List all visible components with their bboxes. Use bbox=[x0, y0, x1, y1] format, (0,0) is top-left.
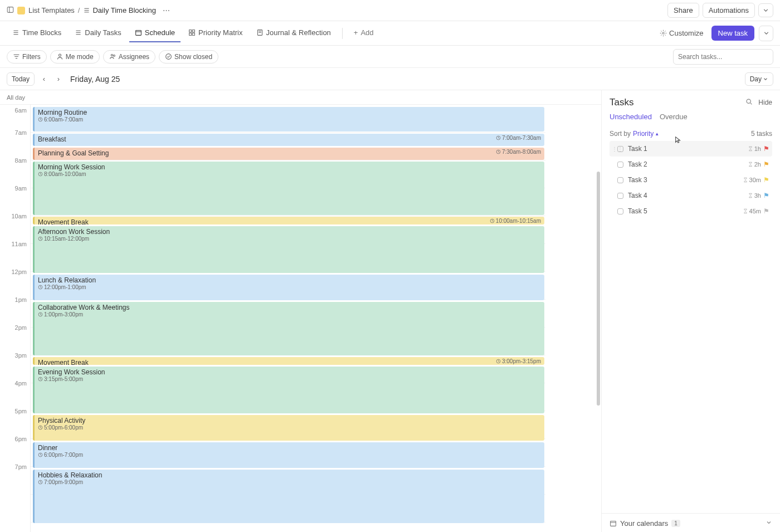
sidebar-toggle-icon[interactable] bbox=[7, 6, 14, 15]
view-schedule[interactable]: Schedule bbox=[129, 24, 181, 42]
customize-button[interactable]: Customize bbox=[654, 26, 709, 41]
task-checkbox[interactable] bbox=[617, 208, 623, 214]
hour-label: 12pm bbox=[0, 269, 30, 296]
calendar-event[interactable]: Collaborative Work & Meetings1:00pm-3:00… bbox=[33, 302, 544, 355]
new-task-caret[interactable] bbox=[759, 26, 773, 41]
automations-caret[interactable] bbox=[758, 3, 773, 17]
drag-handle-icon[interactable]: ⋮⋮ bbox=[612, 146, 617, 152]
hour-labels: 6am7am8am9am10am11am12pm1pm2pm3pm4pm5pm6… bbox=[0, 105, 31, 532]
svg-point-25 bbox=[111, 54, 113, 56]
task-count: 5 tasks bbox=[751, 130, 772, 138]
view-time-blocks[interactable]: Time Blocks bbox=[7, 24, 67, 42]
svg-rect-16 bbox=[192, 33, 194, 35]
task-item[interactable]: ⋮⋮Task 330m⚑ bbox=[610, 172, 772, 188]
chevron-down-icon bbox=[766, 519, 772, 528]
calendar-event[interactable]: Lunch & Relaxation12:00pm-1:00pm bbox=[33, 275, 544, 300]
scrollbar-thumb[interactable] bbox=[597, 172, 600, 406]
calendar-event[interactable]: Movement Break3:00pm-3:15pm bbox=[33, 357, 544, 365]
share-button[interactable]: Share bbox=[667, 3, 699, 18]
range-selector[interactable]: Day bbox=[745, 72, 773, 86]
hour-label: 7pm bbox=[0, 463, 30, 491]
event-time: 10:00am-10:15am bbox=[490, 218, 541, 224]
filters-chip[interactable]: Filters bbox=[7, 50, 47, 64]
sort-label: Sort by bbox=[610, 130, 631, 138]
calendar-event[interactable]: Afternoon Work Session10:15am-12:00pm bbox=[33, 226, 544, 273]
hide-sidebar-button[interactable]: Hide bbox=[758, 99, 772, 106]
event-title: Movement Break bbox=[38, 359, 541, 365]
filters-bar: Filters Me mode Assignees Show closed bbox=[0, 46, 780, 68]
calendar-event[interactable]: Planning & Goal Setting7:30am-8:00am bbox=[33, 148, 544, 160]
task-name: Task 4 bbox=[628, 192, 748, 199]
header-bar: List Templates / Daily Time Blocking ⋯ S… bbox=[0, 0, 780, 21]
hour-label: 11am bbox=[0, 241, 30, 269]
all-day-row[interactable]: All day bbox=[0, 90, 601, 105]
priority-flag-icon[interactable]: ⚑ bbox=[763, 192, 770, 199]
calendar-event[interactable]: Evening Work Session3:15pm-5:00pm bbox=[33, 367, 544, 413]
breadcrumb: List Templates / Daily Time Blocking ⋯ bbox=[17, 6, 173, 14]
calendars-count-badge: 1 bbox=[671, 520, 680, 527]
add-view-button[interactable]: +Add bbox=[348, 24, 379, 42]
task-checkbox[interactable] bbox=[617, 162, 623, 168]
hour-label: 8am bbox=[0, 157, 30, 185]
svg-point-27 bbox=[166, 54, 172, 60]
sort-value[interactable]: Priority▲ bbox=[633, 130, 659, 138]
date-nav-bar: Today ‹ › Friday, Aug 25 Day bbox=[0, 68, 780, 90]
calendar-event[interactable]: Breakfast7:00am-7:30am bbox=[33, 134, 544, 146]
task-checkbox[interactable] bbox=[617, 177, 623, 183]
task-checkbox[interactable] bbox=[617, 193, 623, 199]
scrollbar-track[interactable] bbox=[596, 105, 601, 532]
tab-unscheduled[interactable]: Unscheduled bbox=[610, 113, 652, 124]
automations-button[interactable]: Automations bbox=[703, 3, 755, 18]
new-task-button[interactable]: New task bbox=[711, 26, 754, 41]
svg-rect-14 bbox=[192, 30, 194, 32]
next-day-button[interactable]: › bbox=[53, 75, 64, 83]
event-title: Afternoon Work Session bbox=[38, 228, 541, 236]
sidebar-title: Tasks bbox=[610, 97, 745, 108]
hour-label: 1pm bbox=[0, 296, 30, 324]
hour-label: 4pm bbox=[0, 380, 30, 408]
svg-rect-13 bbox=[189, 30, 192, 32]
breadcrumb-parent[interactable]: List Templates bbox=[28, 6, 75, 14]
show-closed-chip[interactable]: Show closed bbox=[159, 50, 218, 64]
more-icon[interactable]: ⋯ bbox=[159, 6, 173, 14]
view-journal[interactable]: Journal & Reflection bbox=[251, 24, 337, 42]
event-time: 8:00am-10:00am bbox=[38, 171, 541, 177]
task-checkbox[interactable] bbox=[617, 146, 623, 152]
calendar-event[interactable]: Movement Break10:00am-10:15am bbox=[33, 217, 544, 224]
svg-rect-11 bbox=[135, 30, 141, 35]
calendar-column: All day 6am7am8am9am10am11am12pm1pm2pm3p… bbox=[0, 90, 602, 532]
calendar-event[interactable]: Physical Activity5:00pm-6:00pm bbox=[33, 415, 544, 441]
view-priority-matrix[interactable]: Priority Matrix bbox=[183, 24, 248, 42]
sidebar-search-icon[interactable] bbox=[745, 98, 753, 107]
calendar-event[interactable]: Dinner6:00pm-7:00pm bbox=[33, 442, 544, 468]
priority-flag-icon[interactable]: ⚑ bbox=[763, 207, 770, 215]
me-mode-chip[interactable]: Me mode bbox=[50, 50, 100, 64]
event-time: 6:00pm-7:00pm bbox=[38, 452, 541, 458]
assignees-chip[interactable]: Assignees bbox=[103, 50, 155, 64]
calendar-grid[interactable]: 6am7am8am9am10am11am12pm1pm2pm3pm4pm5pm6… bbox=[0, 105, 601, 532]
events-area[interactable]: Morning Routine6:00am-7:00amBreakfast7:0… bbox=[31, 105, 545, 532]
priority-flag-icon[interactable]: ⚑ bbox=[763, 160, 770, 168]
task-item[interactable]: ⋮⋮Task 11h⚑ bbox=[610, 141, 772, 157]
task-item[interactable]: ⋮⋮Task 22h⚑ bbox=[610, 157, 772, 172]
task-item[interactable]: ⋮⋮Task 43h⚑ bbox=[610, 188, 772, 203]
search-input[interactable] bbox=[673, 49, 773, 65]
breadcrumb-current[interactable]: Daily Time Blocking bbox=[83, 6, 155, 14]
calendar-event[interactable]: Hobbies & Relaxation7:00pm-9:00pm bbox=[33, 470, 544, 523]
task-item[interactable]: ⋮⋮Task 545m⚑ bbox=[610, 203, 772, 219]
calendar-event[interactable]: Morning Routine6:00am-7:00am bbox=[33, 107, 544, 131]
views-bar: Time Blocks Daily Tasks Schedule Priorit… bbox=[0, 21, 780, 46]
prev-day-button[interactable]: ‹ bbox=[39, 75, 49, 83]
event-time: 7:30am-8:00am bbox=[496, 149, 541, 155]
hour-label: 5pm bbox=[0, 408, 30, 436]
hour-label: 6pm bbox=[0, 436, 30, 463]
view-daily-tasks[interactable]: Daily Tasks bbox=[69, 24, 127, 42]
priority-flag-icon[interactable]: ⚑ bbox=[763, 176, 770, 184]
your-calendars-row[interactable]: Your calendars 1 bbox=[602, 513, 780, 532]
today-button[interactable]: Today bbox=[7, 72, 35, 86]
svg-rect-0 bbox=[7, 7, 13, 12]
hour-label: 10am bbox=[0, 213, 30, 241]
priority-flag-icon[interactable]: ⚑ bbox=[763, 145, 770, 153]
calendar-event[interactable]: Morning Work Session8:00am-10:00am bbox=[33, 162, 544, 215]
tab-overdue[interactable]: Overdue bbox=[660, 113, 688, 124]
